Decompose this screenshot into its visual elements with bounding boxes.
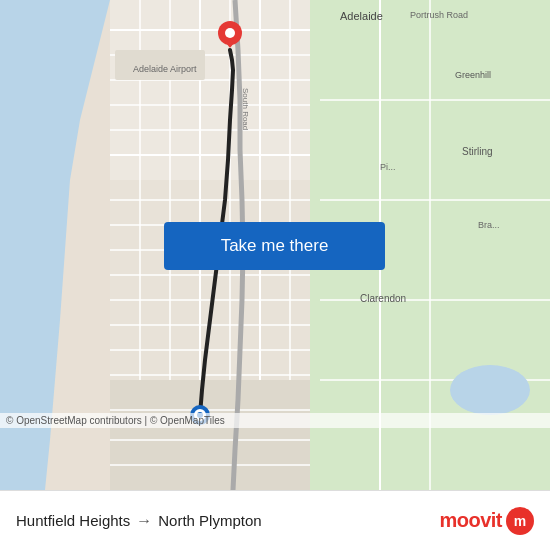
svg-text:Adelaide Airport: Adelaide Airport bbox=[133, 64, 197, 74]
map-area: Adelaide Portrush Road Greenhill Stirlin… bbox=[0, 0, 550, 490]
origin-label: Huntfield Heights bbox=[16, 512, 130, 529]
svg-text:Adelaide: Adelaide bbox=[340, 10, 383, 22]
moovit-text: moovit bbox=[439, 509, 502, 532]
footer-bar: Huntfield Heights → North Plympton moovi… bbox=[0, 490, 550, 550]
destination-label: North Plympton bbox=[158, 512, 261, 529]
svg-text:Pi...: Pi... bbox=[380, 162, 396, 172]
svg-rect-48 bbox=[460, 130, 510, 146]
map-attribution: © OpenStreetMap contributors | © OpenMap… bbox=[0, 413, 550, 428]
moovit-dot-icon: m bbox=[506, 507, 534, 535]
moovit-logo: moovit m bbox=[439, 507, 534, 535]
svg-text:Bra...: Bra... bbox=[478, 220, 500, 230]
svg-point-61 bbox=[225, 28, 235, 38]
svg-text:Stirling: Stirling bbox=[462, 146, 493, 157]
svg-text:Portrush Road: Portrush Road bbox=[410, 10, 468, 20]
svg-text:South Road: South Road bbox=[241, 88, 250, 130]
route-info: Huntfield Heights → North Plympton bbox=[16, 512, 262, 530]
arrow-icon: → bbox=[136, 512, 152, 530]
svg-rect-39 bbox=[110, 380, 310, 490]
take-me-there-button[interactable]: Take me there bbox=[164, 222, 385, 270]
svg-text:Clarendon: Clarendon bbox=[360, 293, 406, 304]
svg-text:Greenhill: Greenhill bbox=[455, 70, 491, 80]
svg-point-45 bbox=[450, 365, 530, 415]
